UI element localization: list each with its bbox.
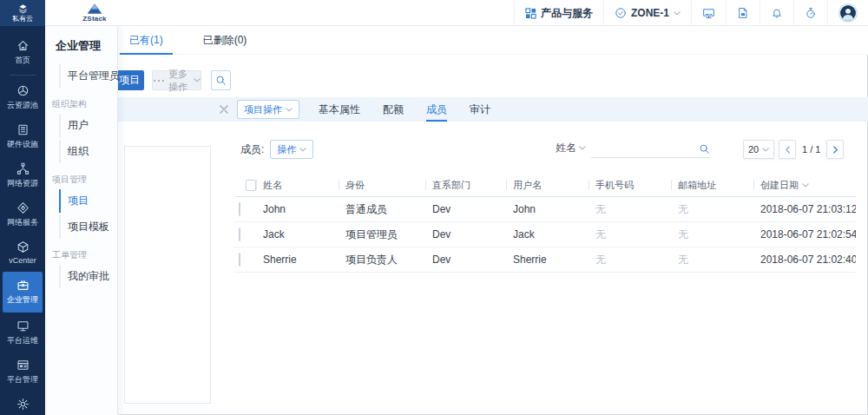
column-header-label: 身份 xyxy=(345,179,365,192)
zstack-logo-text: ZStack xyxy=(82,15,106,23)
prev-page-button[interactable] xyxy=(779,140,796,159)
home-icon xyxy=(16,39,30,52)
detail-tab-members[interactable]: 成员 xyxy=(426,97,447,122)
sidebar-item-network-resources[interactable]: 网络资源 xyxy=(3,157,43,194)
console-button[interactable] xyxy=(691,0,726,26)
sidebar-item-label: 企业管理 xyxy=(7,294,38,306)
history-clock-icon xyxy=(805,7,817,19)
member-actions-button[interactable]: 操作 xyxy=(270,140,313,159)
member-search-input[interactable] xyxy=(591,140,710,157)
netsvc-icon xyxy=(16,201,30,214)
column-header-label: 邮箱地址 xyxy=(678,179,716,192)
detail-tab-quota[interactable]: 配额 xyxy=(383,97,404,122)
netres-icon xyxy=(16,162,30,175)
table-row[interactable]: Jack项目管理员DevJack无无2018-06-07 21:02:54 xyxy=(234,222,856,247)
document-icon xyxy=(737,7,749,19)
sidebar-item-label: 网络资源 xyxy=(7,178,38,189)
project-actions-button[interactable]: 项目操作 xyxy=(237,100,299,119)
zstack-logo-icon xyxy=(86,3,103,15)
column-header-role[interactable]: 身份 xyxy=(339,174,425,196)
monitor-icon xyxy=(16,319,30,333)
brand-private-cloud[interactable]: 私有云 xyxy=(0,0,45,26)
gear-icon xyxy=(16,398,30,411)
detail-tab-audit[interactable]: 审计 xyxy=(470,97,490,122)
flyout-title: 企业管理 xyxy=(56,38,117,54)
flyout-item-organization[interactable]: 组织 xyxy=(59,140,117,163)
select-all-checkbox[interactable] xyxy=(246,180,256,191)
page-indicator: 1 / 1 xyxy=(800,144,822,155)
column-header-email[interactable]: 邮箱地址 xyxy=(671,174,753,196)
avatar-icon xyxy=(838,3,858,23)
documents-button[interactable] xyxy=(726,0,760,26)
search-icon[interactable] xyxy=(699,143,710,155)
search-category-selector[interactable]: 姓名 xyxy=(556,141,586,158)
detail-tabbar: 基本属性配额成员审计 xyxy=(319,97,490,122)
cell-email: 无 xyxy=(671,227,753,242)
more-actions-button[interactable]: 更多操作 xyxy=(152,70,201,90)
cell-created: 2018-06-07 21:02:40 xyxy=(753,254,856,266)
column-header-label: 手机号码 xyxy=(595,179,634,192)
cell-username: John xyxy=(506,203,589,215)
grid-icon xyxy=(525,8,536,19)
topbar: 私有云 ZStack 产品与服务 ZONE-1 xyxy=(0,0,868,26)
sidebar-item-home[interactable]: 首页 xyxy=(3,34,43,71)
member-search: 姓名 xyxy=(556,139,710,158)
sidebar-item-label: 平台运维 xyxy=(7,335,38,346)
close-detail-button[interactable] xyxy=(219,104,229,115)
cell-phone: 无 xyxy=(589,202,671,217)
tab-deleted[interactable]: 已删除(0) xyxy=(201,26,250,54)
chevron-down-icon xyxy=(762,148,769,152)
column-header-username[interactable]: 用户名 xyxy=(506,174,589,196)
sidebar-item-vcenter[interactable]: vCenter xyxy=(3,235,43,270)
chevron-down-icon xyxy=(579,146,586,150)
column-header-created[interactable]: 创建日期 xyxy=(753,174,856,196)
row-checkbox[interactable] xyxy=(239,253,240,267)
history-button[interactable] xyxy=(793,0,827,26)
next-page-button[interactable] xyxy=(826,140,844,159)
chevron-down-icon xyxy=(286,108,293,112)
sidebar-item-hardware[interactable]: 硬件设施 xyxy=(3,118,43,155)
list-view-tabbar: 已有(1)已删除(0) xyxy=(118,26,868,55)
sidebar-item-label: vCenter xyxy=(9,256,36,265)
sidebar-item-platform-mgmt[interactable]: 平台管理 xyxy=(3,353,43,391)
notifications-button[interactable] xyxy=(760,0,793,26)
sidebar-item-settings[interactable]: 设置 xyxy=(3,392,43,415)
search-icon xyxy=(215,75,227,86)
row-select-cell xyxy=(234,203,256,215)
sidebar-item-label: 平台管理 xyxy=(7,374,38,385)
user-avatar[interactable] xyxy=(827,0,868,26)
products-services-button[interactable]: 产品与服务 xyxy=(514,0,603,26)
sidebar-item-enterprise-mgmt[interactable]: 企业管理 xyxy=(3,272,43,313)
table-row[interactable]: Sherrie项目负责人DevSherrie无无2018-06-07 21:02… xyxy=(234,247,856,273)
zstack-logo[interactable]: ZStack xyxy=(73,3,116,23)
cell-role: 项目负责人 xyxy=(339,253,425,267)
row-checkbox[interactable] xyxy=(239,202,240,216)
detail-tab-basic[interactable]: 基本属性 xyxy=(319,97,360,122)
members-toolbar: 成员: 操作 xyxy=(240,140,313,159)
page-size-select[interactable]: 20 xyxy=(743,140,774,159)
column-header-phone[interactable]: 手机号码 xyxy=(589,174,671,196)
sidebar-item-cloud-pool[interactable]: 云资源池 xyxy=(3,79,43,116)
column-header-label: 姓名 xyxy=(263,179,282,192)
flyout-item-users[interactable]: 用户 xyxy=(59,114,117,137)
zone-compass-icon xyxy=(615,7,627,19)
sidebar-item-network-services[interactable]: 网络服务 xyxy=(3,196,43,234)
column-header-department[interactable]: 直系部门 xyxy=(425,174,506,196)
flyout-item-project-templates[interactable]: 项目模板 xyxy=(59,215,117,239)
cell-role: 项目管理员 xyxy=(339,227,425,242)
search-button[interactable] xyxy=(211,70,231,90)
zone-selector[interactable]: ZONE-1 xyxy=(603,0,691,26)
flyout-item-projects[interactable]: 项目 xyxy=(59,189,117,213)
console-monitor-icon xyxy=(702,7,715,20)
topbar-right: 产品与服务 ZONE-1 xyxy=(514,0,868,26)
cell-username: Sherrie xyxy=(506,254,589,266)
tab-existing[interactable]: 已有(1) xyxy=(127,26,166,54)
row-checkbox[interactable] xyxy=(239,227,240,241)
flyout-item-my-approvals[interactable]: 我的审批 xyxy=(59,265,117,288)
column-header-name[interactable]: 姓名 xyxy=(256,174,339,196)
column-header-label: 直系部门 xyxy=(432,179,470,192)
row-select-cell xyxy=(234,254,256,266)
sidebar-item-platform-ops[interactable]: 平台运维 xyxy=(3,314,43,352)
flyout-item-platform-admin[interactable]: 平台管理员 xyxy=(59,64,117,88)
table-row[interactable]: John普通成员DevJohn无无2018-06-07 21:03:12 xyxy=(234,197,856,222)
